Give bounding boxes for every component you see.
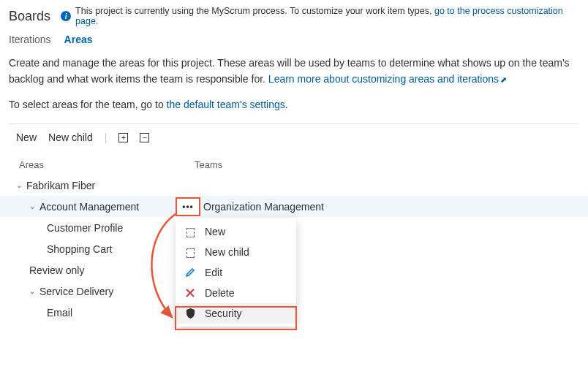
column-headers: Areas Teams <box>0 150 588 175</box>
teams-cell: Organization Management <box>203 201 588 213</box>
description-p1: Create and manage the areas for this pro… <box>9 56 579 87</box>
area-label: Email <box>47 307 72 319</box>
info-banner: i This project is currently using the My… <box>61 6 579 26</box>
edit-icon <box>184 267 196 278</box>
expand-all-icon[interactable]: + <box>118 133 128 142</box>
column-areas: Areas <box>19 159 195 170</box>
collapse-all-icon[interactable]: − <box>140 133 149 142</box>
area-label: Account Management <box>39 201 139 213</box>
shield-icon <box>184 308 196 319</box>
banner-text: This project is currently using the MySc… <box>75 6 434 16</box>
tab-bar: Iterations Areas <box>0 31 588 56</box>
area-label: Customer Profile <box>47 222 123 234</box>
menu-item-delete[interactable]: Delete <box>176 283 296 303</box>
ellipsis-icon: ••• <box>182 202 194 212</box>
menu-label: Edit <box>205 267 222 278</box>
new-child-button[interactable]: New child <box>48 131 93 143</box>
tree-row-account-management[interactable]: ⌄Account Management ••• Organization Man… <box>0 196 588 217</box>
tab-iterations[interactable]: Iterations <box>9 34 51 45</box>
area-label: Service Delivery <box>39 286 113 297</box>
delete-icon <box>184 289 196 297</box>
tree-row-root[interactable]: ⌄Fabrikam Fiber <box>0 175 588 196</box>
new-icon <box>184 227 196 237</box>
area-label: Shopping Cart <box>47 243 113 255</box>
menu-item-new-child[interactable]: New child <box>176 242 296 262</box>
learn-more-link[interactable]: Learn more about customizing areas and i… <box>268 73 499 85</box>
external-link-icon: ⬈ <box>500 75 507 84</box>
menu-label: New child <box>205 246 249 258</box>
column-teams: Teams <box>195 159 222 170</box>
page-title: Boards <box>9 9 50 24</box>
info-icon: i <box>61 11 71 21</box>
description-p2: To select areas for the team, go to the … <box>9 97 579 113</box>
menu-item-edit[interactable]: Edit <box>176 262 296 283</box>
chevron-down-icon[interactable]: ⌄ <box>29 202 37 210</box>
menu-label: Delete <box>205 287 234 299</box>
menu-label: Security <box>205 308 242 319</box>
desc-p2-period: . <box>285 99 288 110</box>
area-label: Review only <box>29 264 84 276</box>
tab-areas[interactable]: Areas <box>64 34 93 45</box>
desc-p2-text: To select areas for the team, go to <box>9 99 167 110</box>
new-child-icon <box>184 248 196 257</box>
menu-item-new[interactable]: New <box>176 221 296 242</box>
new-button[interactable]: New <box>16 131 37 143</box>
areas-tree: ⌄Fabrikam Fiber ⌄Account Management ••• … <box>0 175 588 330</box>
menu-item-security[interactable]: Security <box>176 303 296 324</box>
more-actions-button[interactable]: ••• <box>176 197 200 216</box>
area-label: Fabrikam Fiber <box>26 180 95 191</box>
menu-label: New <box>205 226 225 237</box>
chevron-down-icon[interactable]: ⌄ <box>29 287 37 295</box>
context-menu: New New child Edit Delete Security <box>176 218 296 327</box>
default-team-settings-link[interactable]: the default team's settings <box>167 99 285 110</box>
toolbar-divider: | <box>105 131 108 143</box>
chevron-down-icon[interactable]: ⌄ <box>16 181 23 189</box>
